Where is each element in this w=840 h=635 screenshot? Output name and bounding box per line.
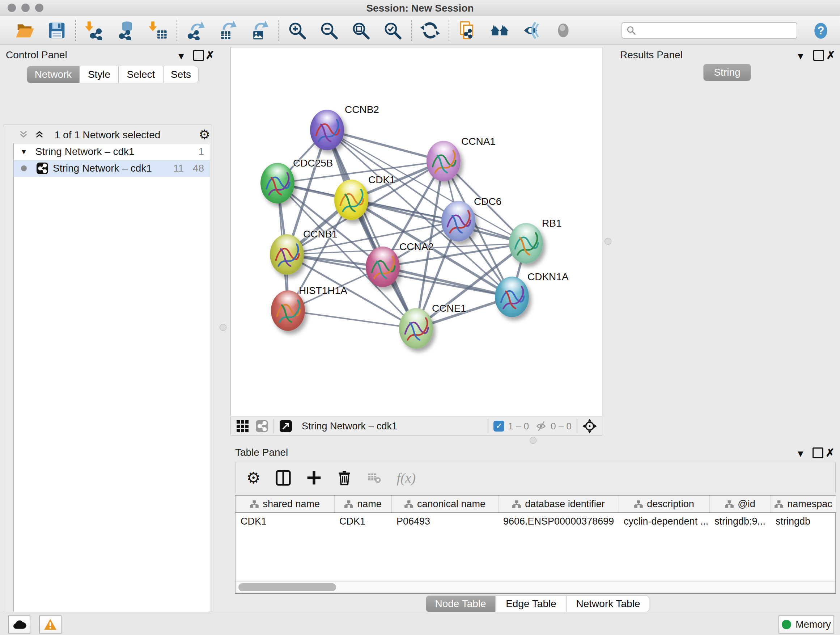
function-builder-icon[interactable]: f(x) xyxy=(396,470,416,486)
network-node-cdkn1a[interactable] xyxy=(495,277,529,317)
warnings-button[interactable] xyxy=(39,616,62,633)
add-column-icon[interactable] xyxy=(306,470,322,486)
tab-style[interactable]: Style xyxy=(80,66,118,83)
collection-count: 1 xyxy=(198,146,204,157)
table-cell[interactable]: stringdb xyxy=(771,513,836,530)
network-collection-row[interactable]: ▼ String Network – cdk1 1 xyxy=(14,143,210,160)
column-header-shared-name[interactable]: shared name xyxy=(235,496,334,513)
column-header-canonical-name[interactable]: canonical name xyxy=(392,496,498,513)
network-node-cdk1[interactable] xyxy=(334,180,368,220)
detach-view-icon[interactable] xyxy=(279,420,292,432)
column-header-name[interactable]: name xyxy=(334,496,392,513)
zoom-fit-icon[interactable] xyxy=(350,20,371,41)
table-cell[interactable]: P06493 xyxy=(392,513,498,530)
collapse-panel-icon[interactable]: ▼ xyxy=(177,51,186,61)
export-network-icon[interactable] xyxy=(185,20,206,41)
open-session-icon[interactable] xyxy=(14,20,35,41)
protein-ribbon-icon xyxy=(267,173,290,195)
toolbar-search[interactable] xyxy=(622,22,797,39)
network-node-label: CCNA1 xyxy=(461,136,496,147)
delete-column-icon[interactable] xyxy=(336,470,352,486)
tab-node-table[interactable]: Node Table xyxy=(426,595,495,612)
network-canvas[interactable]: CCNB2 CCNA1 CDC25B CDK1 CDC6 RB1 xyxy=(231,47,602,416)
table-cell[interactable]: CDK1 xyxy=(334,513,392,530)
save-session-icon[interactable] xyxy=(46,20,67,41)
hidden-eye-icon[interactable] xyxy=(535,420,548,432)
network-node-ccna1[interactable] xyxy=(426,141,461,181)
network-options-gear-icon[interactable]: ⚙ xyxy=(199,127,210,142)
collapse-panel-icon[interactable]: ▼ xyxy=(796,51,805,61)
protein-ribbon-icon xyxy=(372,256,395,278)
selected-checkbox-icon[interactable]: ✓ xyxy=(493,421,504,432)
export-image-icon[interactable] xyxy=(249,20,270,41)
network-node-ccne1[interactable] xyxy=(399,308,433,348)
export-table-icon[interactable] xyxy=(217,20,238,41)
collapse-panel-icon[interactable]: ▼ xyxy=(796,449,805,458)
column-header-database-identifier[interactable]: database identifier xyxy=(498,496,619,513)
network-node-ccnb1[interactable] xyxy=(270,234,304,275)
table-cell[interactable]: cyclin-dependent ... xyxy=(619,513,709,530)
scrollbar-thumb[interactable] xyxy=(238,583,336,591)
search-input[interactable] xyxy=(637,25,790,36)
import-network-from-database-icon[interactable] xyxy=(116,20,137,41)
control-panel: Control Panel ▼ ✗ Network Style Select S… xyxy=(0,46,214,609)
float-panel-icon[interactable] xyxy=(813,448,823,458)
netbar-divider xyxy=(273,419,274,433)
help-icon[interactable]: ? xyxy=(812,22,830,40)
float-panel-icon[interactable] xyxy=(813,50,824,61)
tab-network-table[interactable]: Network Table xyxy=(567,595,649,612)
network-node-rb1[interactable] xyxy=(509,223,543,264)
hierarchy-icon xyxy=(404,500,414,509)
zoom-out-icon[interactable] xyxy=(318,20,339,41)
column-header-namespac[interactable]: namespac xyxy=(771,496,836,513)
memory-button[interactable]: Memory xyxy=(778,616,834,633)
hierarchy-icon xyxy=(344,500,354,509)
network-from-clipboard-icon[interactable] xyxy=(457,20,478,41)
float-panel-icon[interactable] xyxy=(193,50,204,61)
show-all-icon[interactable] xyxy=(553,20,574,41)
network-node-ccnb2[interactable] xyxy=(310,110,344,150)
network-row[interactable]: String Network – cdk1 11 48 xyxy=(14,160,210,177)
tab-network[interactable]: Network xyxy=(27,66,80,83)
hierarchy-icon xyxy=(634,500,643,509)
table-cell[interactable]: stringdb:9... xyxy=(709,513,771,530)
column-header-description[interactable]: description xyxy=(619,496,709,513)
right-splitter-handle[interactable] xyxy=(605,238,611,245)
tab-string[interactable]: String xyxy=(703,64,751,81)
grid-view-icon[interactable] xyxy=(236,420,249,432)
network-node-label: CCNB1 xyxy=(303,228,338,240)
network-node-cdc6[interactable] xyxy=(441,201,475,241)
close-panel-icon[interactable]: ✗ xyxy=(205,50,215,61)
zoom-selected-icon[interactable] xyxy=(382,20,403,41)
column-header--id[interactable]: @id xyxy=(709,496,771,513)
birdseye-crosshair-icon[interactable] xyxy=(583,419,597,433)
table-panel: Table Panel ▼ ✗ ⚙ f(x) shared namenameca… xyxy=(231,445,840,612)
close-panel-icon[interactable]: ✗ xyxy=(826,448,835,458)
zoom-in-icon[interactable] xyxy=(286,20,308,41)
tab-sets[interactable]: Sets xyxy=(163,66,199,83)
network-node-ccna2[interactable] xyxy=(366,247,400,287)
apply-layout-icon[interactable] xyxy=(420,20,441,41)
network-view-icon[interactable] xyxy=(256,420,268,432)
hide-selected-icon[interactable] xyxy=(521,20,542,41)
status-bar: Memory xyxy=(0,612,840,635)
close-panel-icon[interactable]: ✗ xyxy=(826,50,835,61)
collection-expand-icon[interactable]: ▼ xyxy=(20,148,27,156)
tab-edge-table[interactable]: Edge Table xyxy=(495,595,567,612)
network-node-label: CDK1 xyxy=(368,174,395,186)
import-table-icon[interactable] xyxy=(148,20,169,41)
table-row[interactable]: CDK1CDK1P064939606.ENSP00000378699cyclin… xyxy=(235,513,836,530)
bottom-splitter-handle[interactable] xyxy=(530,437,537,444)
home-databases-icon[interactable] xyxy=(489,20,510,41)
delete-table-icon[interactable] xyxy=(367,470,382,486)
tab-select[interactable]: Select xyxy=(118,66,163,83)
network-node-cdc25b[interactable] xyxy=(261,163,294,203)
table-cell[interactable]: 9606.ENSP00000378699 xyxy=(498,513,619,530)
table-settings-gear-icon[interactable]: ⚙ xyxy=(246,469,261,487)
import-network-icon[interactable] xyxy=(84,20,105,41)
horizontal-scrollbar[interactable] xyxy=(235,581,835,593)
table-cell[interactable]: CDK1 xyxy=(235,513,334,530)
cloud-status-button[interactable] xyxy=(8,616,30,633)
show-columns-icon[interactable] xyxy=(275,470,292,486)
left-splitter-handle[interactable] xyxy=(219,324,226,331)
